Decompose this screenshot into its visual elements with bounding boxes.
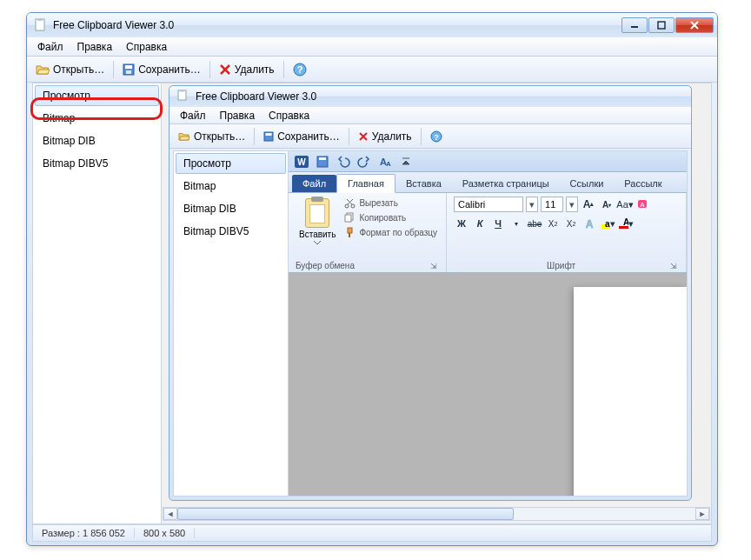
inner-toolbar-help: ?: [425, 129, 448, 144]
italic-icon: К: [472, 216, 488, 231]
scroll-thumb[interactable]: [177, 508, 514, 520]
paste-label: Вставить: [299, 230, 336, 239]
svg-text:A: A: [623, 217, 628, 227]
toolbar-delete[interactable]: Удалить: [214, 62, 280, 77]
inner-sidebar-item-bitmap-dibv5: Bitmap DIBV5: [176, 221, 286, 242]
toolbar-save[interactable]: Сохранить…: [117, 62, 206, 77]
grow-font-icon: A▴: [581, 197, 596, 212]
sidebar-item-label: Bitmap DIBV5: [43, 157, 108, 170]
app-icon: [34, 18, 48, 32]
font-size: 11: [545, 199, 555, 210]
inner-client: Просмотр Bitmap Bitmap DIB Bitmap DIBV5 …: [173, 150, 688, 497]
delete-icon: [219, 63, 231, 76]
toolbar: Открыть… Сохранить… Удалить ?: [27, 57, 717, 83]
font-name-input: Calibri: [454, 197, 523, 212]
svg-text:ab: ab: [605, 219, 610, 229]
sidebar-item-label: Bitmap: [43, 112, 75, 124]
format-painter-button: Формат по образцу: [342, 226, 439, 239]
strike-icon: abe: [527, 216, 542, 231]
qat-customize-icon: [396, 153, 415, 170]
sidebar-item-preview[interactable]: Просмотр: [35, 85, 159, 106]
close-button[interactable]: [675, 17, 714, 33]
delete-icon: [358, 131, 369, 142]
titlebar[interactable]: Free Clipboard Viewer 3.0: [27, 13, 717, 37]
sidebar-item-bitmap[interactable]: Bitmap: [35, 108, 159, 129]
app-icon: [176, 90, 190, 103]
tab-home: Главная: [336, 174, 395, 193]
qat-save-icon: [313, 153, 332, 170]
dialog-launcher-icon: ⇲: [429, 262, 439, 270]
superscript-icon: X2: [563, 216, 579, 231]
format-painter-label: Формат по образцу: [359, 228, 437, 237]
group-font-title: Шрифт: [454, 259, 668, 270]
preview-pane: Free Clipboard Viewer 3.0 Файл Правка Сп…: [162, 83, 711, 523]
client-area: Просмотр Bitmap Bitmap DIB Bitmap DIBV5 …: [32, 83, 712, 524]
scroll-track[interactable]: [177, 508, 695, 520]
word-icon: W: [292, 153, 311, 170]
toolbar-save-label: Сохранить…: [138, 63, 201, 76]
scroll-right-icon[interactable]: ►: [695, 508, 709, 520]
chevron-down-icon: [314, 241, 321, 245]
sidebar-item-label: Bitmap DIB: [183, 203, 236, 215]
svg-rect-2: [658, 22, 665, 29]
inner-toolbar-save-label: Сохранить…: [277, 130, 340, 143]
inner-preview: W AA Файл Главная Вставка: [289, 151, 687, 496]
inner-titlebar: Free Clipboard Viewer 3.0: [169, 86, 691, 107]
folder-open-icon: [178, 131, 190, 142]
minimize-button[interactable]: [621, 17, 648, 33]
svg-text:A: A: [386, 160, 391, 168]
menubar: Файл Правка Справка: [27, 37, 717, 57]
dialog-launcher-icon: ⇲: [668, 262, 679, 270]
qat-redo-icon: [355, 153, 374, 170]
toolbar-help[interactable]: ?: [288, 61, 312, 78]
svg-rect-1: [37, 18, 43, 21]
toolbar-open[interactable]: Открыть…: [30, 62, 110, 77]
tab-refs: Ссылки: [560, 175, 615, 192]
svg-text:?: ?: [296, 64, 302, 75]
maximize-button[interactable]: [648, 17, 675, 33]
help-icon: ?: [293, 63, 307, 77]
inner-sidebar-item-bitmap: Bitmap: [176, 176, 286, 197]
menu-help[interactable]: Справка: [119, 39, 174, 55]
status-dims: 800 x 580: [135, 528, 195, 538]
inner-sidebar-item-preview: Просмотр: [176, 153, 286, 174]
horizontal-scrollbar[interactable]: ◄ ►: [163, 507, 710, 521]
copy-label: Копировать: [359, 213, 406, 223]
svg-rect-5: [126, 70, 131, 74]
sidebar-item-label: Просмотр: [43, 90, 90, 102]
save-icon: [123, 63, 135, 76]
menu-file[interactable]: Файл: [30, 39, 70, 55]
sidebar: Просмотр Bitmap Bitmap DIB Bitmap DIBV5: [33, 83, 162, 523]
change-case-icon: Aa▾: [617, 197, 633, 212]
menu-edit[interactable]: Правка: [70, 39, 120, 55]
svg-rect-11: [266, 133, 272, 136]
clipboard-icon: [305, 198, 329, 228]
svg-text:A: A: [640, 201, 645, 209]
svg-text:?: ?: [434, 132, 439, 141]
divider: [254, 128, 255, 145]
chevron-down-icon: ▾: [526, 197, 538, 212]
ribbon: Вставить Вырезать Копировать Формат по о…: [289, 193, 687, 273]
sidebar-item-bitmap-dibv5[interactable]: Bitmap DIBV5: [35, 153, 159, 174]
font-size-input: 11: [541, 197, 563, 212]
qat-find-icon: AA: [376, 153, 395, 170]
paste-button: Вставить: [296, 197, 339, 259]
window-title: Free Clipboard Viewer 3.0: [53, 19, 621, 31]
highlight-icon: ab▾: [600, 216, 615, 231]
folder-open-icon: [36, 63, 50, 76]
main-window: Free Clipboard Viewer 3.0 Файл Правка Сп…: [26, 12, 718, 546]
status-size: Размер : 1 856 052: [33, 528, 135, 538]
divider: [209, 61, 210, 78]
svg-rect-9: [180, 90, 184, 92]
word-window: W AA Файл Главная Вставка: [289, 151, 687, 496]
sidebar-item-bitmap-dib[interactable]: Bitmap DIB: [35, 130, 159, 151]
subscript-icon: X2: [545, 216, 561, 231]
inner-menu-help: Справка: [262, 108, 316, 123]
group-clipboard-title: Буфер обмена: [296, 259, 355, 270]
document-page: [574, 287, 687, 496]
scroll-left-icon[interactable]: ◄: [163, 508, 177, 520]
clear-format-icon: A: [635, 197, 651, 212]
sidebar-item-label: Bitmap DIB: [43, 135, 96, 147]
svg-text:A: A: [586, 218, 594, 230]
svg-rect-31: [619, 226, 628, 229]
